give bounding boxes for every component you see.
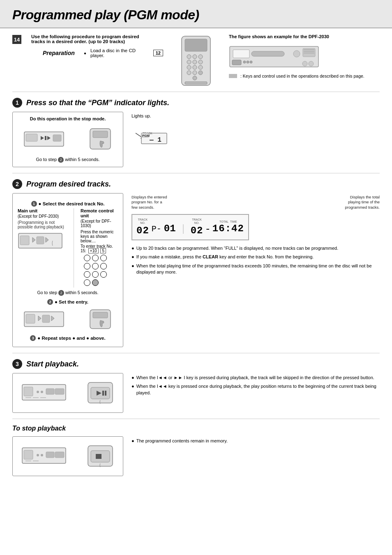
step2-transport-diagram xyxy=(18,233,63,249)
substep2-label: 2 ● Set the entry. xyxy=(18,299,118,305)
td-program-no: X 01 xyxy=(164,220,176,234)
svg-point-9 xyxy=(193,65,197,69)
step3-main-unit xyxy=(21,384,67,402)
page-header: Programmed play (PGM mode) xyxy=(0,0,392,28)
display-annotation-row: Displays the entered program No. for a f… xyxy=(131,195,380,210)
svg-rect-48 xyxy=(37,237,44,244)
key-8 xyxy=(92,271,99,278)
remote-title: Remote control unit xyxy=(81,208,118,218)
preparation-row: Preparation ● Load a disc in the CD play… xyxy=(31,48,163,58)
legend-text: : Keys and control used in the operation… xyxy=(240,74,364,78)
step2-content: 1 ● Select the desired track No. Main un… xyxy=(12,193,380,347)
cdplayer-svg xyxy=(229,42,319,71)
svg-rect-82 xyxy=(96,454,101,459)
td-time-val: 16:42 xyxy=(212,223,244,234)
remote-unit-col: Remote control unit (Except for DPF-1030… xyxy=(81,208,118,288)
svg-point-14 xyxy=(193,76,197,80)
td-total-label: TOTAL xyxy=(219,220,228,223)
step2-box: 1 ● Select the desired track No. Main un… xyxy=(12,193,123,347)
td-time-labels: TOTAL TIME xyxy=(219,220,237,223)
main-unit-title: Main unit xyxy=(18,208,67,213)
step2-set-main-unit xyxy=(23,311,65,327)
step3-circle: 3 xyxy=(12,359,22,369)
substep3-label: 3 ● Repeat steps ● and ● above. xyxy=(18,335,118,341)
svg-text:PGM: PGM xyxy=(142,134,150,138)
svg-rect-78 xyxy=(46,452,54,458)
td-track-val2: 02 xyxy=(191,225,203,236)
key-2 xyxy=(92,255,99,261)
substep2-diagrams xyxy=(18,306,118,332)
track-display-inner: TRACKNO. 02 P- X 01 xyxy=(136,218,244,236)
step1-main-unit-diagram xyxy=(23,130,65,148)
key-9 xyxy=(100,271,107,278)
key-3 xyxy=(100,255,107,261)
svg-rect-51 xyxy=(26,314,35,323)
step1-diagrams xyxy=(18,125,118,153)
step1-circle: 1 xyxy=(12,98,22,108)
step3-note-2: ● When the I◄◄ key is pressed once durin… xyxy=(131,383,380,396)
svg-point-3 xyxy=(193,55,197,59)
step2-set-remote xyxy=(88,309,113,329)
svg-rect-56 xyxy=(93,312,108,318)
stop-main-unit xyxy=(21,447,67,465)
svg-point-19 xyxy=(293,51,300,57)
step2-header: 2 Program desired tracks. xyxy=(12,179,380,189)
svg-rect-18 xyxy=(251,51,284,56)
step2-circle-ref: 2 xyxy=(58,290,64,296)
td-arrow-sep xyxy=(179,222,187,235)
td-track-no2: TRACKNO. 02 xyxy=(191,218,203,236)
td-track-label2: TRACKNO. xyxy=(192,218,202,225)
main-content: 14 Use the following procedure to progra… xyxy=(0,28,392,482)
svg-point-7 xyxy=(198,60,203,64)
svg-rect-53 xyxy=(42,315,50,322)
step1-right-notes: Lights up. TRACK NO. xyxy=(131,112,380,167)
figure-caption: The figure shows an example for the DPF-… xyxy=(229,34,329,39)
remote-svg xyxy=(178,34,214,88)
td-time-display: TOTAL TIME 16:42 xyxy=(212,220,244,234)
intro-section: 14 Use the following procedure to progra… xyxy=(12,28,380,92)
step2-note-3: ● When the total playing time of the pro… xyxy=(131,263,380,276)
stop-box xyxy=(12,436,123,476)
bullet-s3-1: ● xyxy=(131,375,134,381)
svg-point-12 xyxy=(193,71,197,75)
substep2-num: 2 xyxy=(47,299,53,305)
svg-rect-37 xyxy=(93,131,108,138)
svg-rect-66 xyxy=(55,389,64,394)
track-display-box: TRACKNO. 02 P- X 01 xyxy=(131,214,249,240)
step1-content: Do this operation in the stop mode. xyxy=(12,112,380,167)
svg-rect-35 xyxy=(53,135,61,141)
svg-rect-46 xyxy=(20,236,29,245)
step1-go-note: Go to step 2Go to step ● within 5 second… xyxy=(18,157,118,163)
bullet1: ● xyxy=(131,245,134,251)
svg-point-76 xyxy=(37,454,39,456)
key-4 xyxy=(84,263,90,269)
substep1-label: 1 ● Select the desired track No. xyxy=(18,201,118,207)
five-box: 5 xyxy=(100,248,106,253)
svg-rect-70 xyxy=(102,391,104,396)
step3-box xyxy=(12,373,123,413)
td-sep2 xyxy=(177,218,190,236)
stop-button-diagram xyxy=(86,445,115,467)
svg-point-29 xyxy=(309,61,314,66)
key-6 xyxy=(100,263,107,269)
svg-point-11 xyxy=(187,71,191,75)
remote-illustration xyxy=(171,34,221,88)
svg-point-28 xyxy=(302,61,307,66)
display-program-no-label: Displays the entered program No. for a f… xyxy=(131,195,168,210)
plus10-box: +10 xyxy=(88,248,99,253)
intro-left: 14 Use the following procedure to progra… xyxy=(12,34,163,58)
svg-rect-17 xyxy=(233,50,249,58)
td-sep1: P- xyxy=(150,220,163,234)
step2-right-notes: Displays the entered program No. for a f… xyxy=(131,193,380,347)
step2-note-2: ● If you make a mistake, press the CLEAR… xyxy=(131,254,380,260)
step2-notes: ● Up to 20 tracks can be programmed. Whe… xyxy=(131,245,380,276)
svg-point-8 xyxy=(187,65,191,69)
main-unit-note: (Programming is not possible during play… xyxy=(18,220,67,229)
page-number-badge: 14 xyxy=(12,35,21,44)
step3-play-diagram xyxy=(86,382,115,404)
stop-diagrams xyxy=(18,441,118,472)
svg-point-5 xyxy=(187,60,191,64)
svg-point-26 xyxy=(247,61,249,63)
col-divider xyxy=(74,208,74,288)
step1-remote-diagram xyxy=(88,128,113,150)
